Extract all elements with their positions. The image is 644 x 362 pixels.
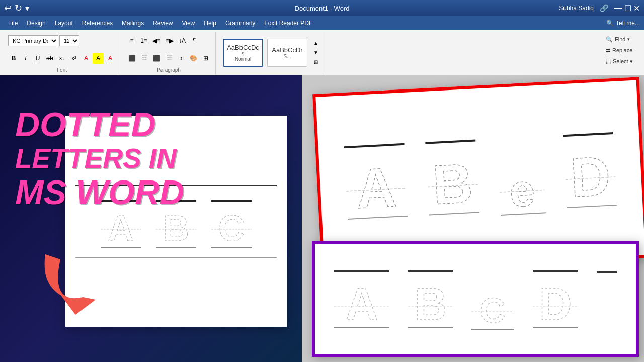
border-button[interactable]: ⊞ (200, 53, 211, 64)
card-red-letter-a: A (344, 143, 408, 220)
card-purple: A B C (312, 241, 639, 357)
svg-text:B: B (414, 279, 447, 327)
pilcrow-button[interactable]: ¶ (189, 35, 200, 46)
menu-item-review[interactable]: Review (149, 19, 177, 28)
search-bar[interactable]: 🔍 Tell me... (606, 20, 640, 27)
menu-item-view[interactable]: View (178, 19, 199, 28)
select-button[interactable]: ⬚ Select ▾ (604, 56, 636, 66)
styles-down-button[interactable]: ▼ (310, 48, 321, 57)
normal-style-icon: ¶ (242, 51, 245, 56)
text-color-button[interactable]: A (80, 53, 92, 64)
replace-button[interactable]: ⇄ Replace (604, 45, 636, 55)
style-2-preview: AaBbCcDr (272, 46, 302, 54)
card-purple-letter-d: D (533, 270, 578, 328)
highlight-button[interactable]: A (93, 53, 104, 64)
svg-text:I: I (597, 280, 598, 328)
svg-text:A: A (355, 156, 398, 219)
italic-button[interactable]: I (20, 53, 31, 64)
replace-icon: ⇄ (606, 47, 610, 54)
line-spacing-button[interactable]: ↕ (176, 53, 187, 64)
menu-item-help[interactable]: Help (200, 19, 220, 28)
bullets-button[interactable]: ≡ (126, 35, 137, 46)
svg-text:D: D (569, 145, 612, 208)
svg-text:C: C (480, 291, 506, 329)
search-icon: 🔍 (606, 20, 614, 27)
username: Subha Sadiq (559, 5, 594, 12)
outdent-button[interactable]: ◀≡ (150, 35, 163, 46)
bold-button[interactable]: B (8, 53, 19, 64)
underline-button[interactable]: U (32, 53, 43, 64)
menu-item-references[interactable]: References (78, 19, 117, 28)
font-select[interactable]: KG Primary Do Arial Times New Roman (8, 35, 58, 46)
close-button[interactable]: ✕ (633, 4, 640, 13)
select-icon: ⬚ (606, 58, 611, 65)
font-size-select[interactable]: 12 11 14 (59, 35, 79, 46)
menu-item-grammarly[interactable]: Grammarly (221, 19, 259, 28)
svg-text:C: C (218, 208, 245, 247)
superscript-button[interactable]: x² (68, 53, 79, 64)
share-icon[interactable]: 🔗 (600, 4, 608, 12)
title-line2: LETTERS IN (15, 143, 184, 174)
svg-text:B: B (431, 152, 474, 215)
card-purple-letter-a: A (334, 270, 389, 328)
styles-up-button[interactable]: ▲ (310, 39, 321, 48)
font-color-button[interactable]: A (105, 53, 116, 64)
title-line1: DOTTED (15, 106, 184, 143)
ribbon-font-group: KG Primary Do Arial Times New Roman 12 1… (4, 32, 120, 75)
ribbon-editing-group: 🔍 Find ▾ ⇄ Replace ⬚ Select ▾ (600, 32, 640, 75)
window-title: Document1 - Word (295, 5, 350, 12)
quick-access-icon[interactable]: ▾ (25, 4, 29, 13)
menu-bar: File Design Layout References Mailings R… (0, 16, 644, 30)
overlay-title: DOTTED LETTERS IN MS WORD (15, 106, 184, 211)
style-2-box[interactable]: AaBbCcDr S... (267, 39, 307, 67)
menu-item-file[interactable]: File (4, 19, 22, 28)
style-normal-label: Normal (235, 56, 251, 62)
maximize-button[interactable]: ☐ (624, 4, 631, 13)
find-icon: 🔍 (606, 36, 613, 43)
style-2-label: S... (283, 54, 291, 59)
menu-item-mailings[interactable]: Mailings (118, 19, 148, 28)
styles-expand-button[interactable]: ⊞ (310, 57, 321, 67)
svg-text:B: B (163, 208, 189, 247)
style-normal-preview: AaBbCcDc (227, 44, 259, 51)
align-center-button[interactable]: ☰ (139, 53, 150, 64)
align-left-button[interactable]: ⬛ (126, 53, 138, 64)
svg-text:A: A (108, 208, 134, 247)
title-line3: MS WORD (15, 173, 184, 211)
card-purple-letter-b: B (408, 270, 453, 328)
right-panel: A B e (302, 75, 644, 362)
justify-button[interactable]: ☰ (164, 53, 175, 64)
subscript-button[interactable]: x₂ (56, 53, 67, 64)
doc-letter-c: C (211, 200, 252, 248)
style-normal-box[interactable]: AaBbCcDc ¶ Normal (223, 39, 263, 67)
arrow-container (30, 239, 111, 322)
sort-button[interactable]: ↕A (177, 35, 188, 46)
left-panel: DOTTED LETTERS IN MS WORD A (0, 75, 312, 362)
minimize-button[interactable]: — (614, 4, 622, 13)
strikethrough-button[interactable]: ab (44, 53, 55, 64)
svg-text:A: A (346, 279, 378, 327)
title-bar: ↩ ↻ ▾ Document1 - Word Subha Sadiq 🔗 — ☐… (0, 0, 644, 16)
numbering-button[interactable]: 1≡ (138, 35, 149, 46)
svg-text:D: D (539, 279, 572, 327)
card-red-letter-c: e (498, 152, 546, 216)
ribbon: KG Primary Do Arial Times New Roman 12 1… (0, 30, 644, 75)
menu-item-layout[interactable]: Layout (51, 19, 77, 28)
align-right-button[interactable]: ⬛ (151, 53, 163, 64)
menu-item-design[interactable]: Design (23, 19, 49, 28)
shading-button[interactable]: 🎨 (188, 53, 199, 64)
redo-icon[interactable]: ↻ (15, 3, 22, 14)
styles-nav: ▲ ▼ ⊞ (310, 39, 321, 67)
menu-item-foxit[interactable]: Foxit Reader PDF (260, 19, 316, 28)
card-red-letter-b: B (425, 139, 479, 215)
find-button[interactable]: 🔍 Find ▾ (604, 34, 636, 44)
paragraph-group-label: Paragraph (126, 66, 211, 73)
svg-text:e: e (508, 164, 536, 215)
ribbon-paragraph-group: ≡ 1≡ ◀≡ ≡▶ ↕A ¶ ⬛ ☰ ⬛ ☰ ↕ 🎨 ⊞ Paragraph (122, 32, 216, 75)
card-purple-letters: A B C (330, 268, 621, 330)
undo-icon[interactable]: ↩ (4, 3, 12, 14)
font-group-label: Font (8, 66, 116, 73)
card-purple-letter-partial: I (597, 271, 617, 328)
indent-button[interactable]: ≡▶ (164, 35, 176, 46)
card-purple-letter-c: C (471, 284, 514, 330)
